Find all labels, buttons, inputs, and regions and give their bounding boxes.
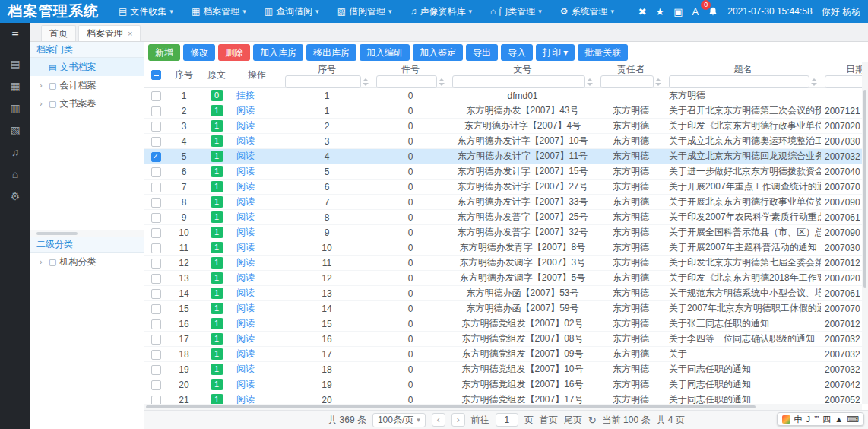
- edit-button[interactable]: 修改: [183, 44, 215, 61]
- prev-page-button[interactable]: ‹: [432, 413, 445, 427]
- original-count-badge[interactable]: 1: [211, 166, 223, 177]
- top-menu-query-borrow[interactable]: ▥查询借阅▾: [255, 0, 328, 23]
- action-link[interactable]: 阅读: [236, 166, 255, 176]
- table-row[interactable]: 111阅读100东方明德办发青字【2007】8号东方明德关于开展2007年主题科…: [144, 240, 868, 256]
- rail-archive-manage-icon[interactable]: ▦: [10, 81, 20, 91]
- select-all-checkbox[interactable]: [151, 70, 161, 80]
- fullscreen-icon[interactable]: ✖: [638, 7, 647, 17]
- action-link[interactable]: 阅读: [236, 105, 255, 116]
- row-checkbox[interactable]: [151, 198, 161, 208]
- tab-home[interactable]: 首页: [41, 25, 76, 41]
- original-count-badge[interactable]: 1: [211, 394, 223, 404]
- row-checkbox[interactable]: [151, 396, 161, 404]
- rail-system-manage-icon[interactable]: ⚙: [11, 191, 21, 202]
- tree-item[interactable]: ▤文书档案: [30, 58, 144, 76]
- ime-mode-indicator[interactable]: 中: [794, 414, 803, 425]
- rail-query-borrow-icon[interactable]: ▥: [10, 103, 20, 113]
- tree-item[interactable]: ›▢文书案卷: [30, 94, 144, 113]
- batch-link-button[interactable]: 批量关联: [578, 44, 628, 61]
- table-row[interactable]: 121阅读110东方明德办发调字【2007】3号东方明德关于印发北京东方明德第七…: [144, 256, 868, 271]
- scrollbar-thumb[interactable]: [36, 232, 78, 235]
- row-checkbox[interactable]: [151, 228, 161, 238]
- ime-shape-indicator[interactable]: 四: [822, 414, 831, 425]
- original-count-badge[interactable]: 1: [211, 318, 223, 329]
- original-count-badge[interactable]: 1: [211, 211, 223, 223]
- table-row[interactable]: 211阅读200东方明德党组发【2007】17号东方明德关于同志任职的通知200…: [144, 392, 868, 404]
- original-count-badge[interactable]: 1: [211, 364, 223, 375]
- original-count-badge[interactable]: 1: [211, 105, 223, 116]
- add-to-storeroom-button[interactable]: 加入库房: [253, 44, 303, 61]
- favorite-star-icon[interactable]: ★: [656, 7, 665, 17]
- table-row[interactable]: 161阅读150东方明德党组发【2007】02号东方明德关于张三同志任职的通知2…: [144, 316, 868, 332]
- add-to-appraisal-button[interactable]: 加入鉴定: [413, 44, 463, 61]
- action-link[interactable]: 阅读: [236, 151, 255, 161]
- table-horizontal-scrollbar[interactable]: [144, 404, 862, 410]
- row-checkbox[interactable]: [151, 137, 161, 147]
- theme-icon[interactable]: ▣: [673, 7, 683, 17]
- original-count-badge[interactable]: 1: [211, 181, 223, 192]
- original-count-badge[interactable]: 1: [211, 303, 223, 314]
- sort-control-doc[interactable]: [587, 78, 593, 86]
- ime-logo-icon[interactable]: [782, 415, 790, 424]
- original-count-badge[interactable]: 1: [211, 288, 223, 299]
- table-row[interactable]: 61阅读50东方明德办发计字【2007】15号东方明德关于进一步做好北京东方明德…: [144, 164, 868, 180]
- action-link[interactable]: 阅读: [236, 272, 255, 283]
- row-checkbox[interactable]: [151, 243, 161, 253]
- table-row[interactable]: 41阅读30东方明德办发计字【2007】10号东方明德关于成立北京东方明德奥运环…: [144, 134, 868, 149]
- table-row[interactable]: 141阅读130东方明德办函【2007】53号东方明德关于规范东方明德系统中小型…: [144, 286, 868, 301]
- row-checkbox[interactable]: [151, 319, 161, 329]
- ime-keyboard-icon[interactable]: ⌨: [847, 415, 859, 424]
- table-row[interactable]: 10挂接10dfmd01东方明德: [144, 88, 868, 103]
- row-checkbox[interactable]: [151, 274, 161, 284]
- original-count-badge[interactable]: 1: [211, 272, 223, 284]
- row-checkbox[interactable]: [151, 380, 161, 390]
- row-checkbox[interactable]: [151, 289, 161, 299]
- sort-control-seq[interactable]: [363, 78, 369, 86]
- tab-close-icon[interactable]: ×: [128, 29, 132, 38]
- original-count-badge[interactable]: 1: [211, 135, 223, 147]
- scrollbar-thumb[interactable]: [863, 90, 866, 288]
- action-link[interactable]: 阅读: [236, 333, 255, 344]
- row-checkbox[interactable]: [151, 91, 161, 101]
- table-row[interactable]: 31阅读20东方明德办计字【2007】4号东方明德关于印发《北京东方明德行政事业…: [144, 119, 868, 134]
- original-count-badge[interactable]: 1: [211, 333, 223, 345]
- action-link[interactable]: 阅读: [236, 120, 255, 131]
- action-link[interactable]: 阅读: [236, 211, 255, 222]
- next-page-button[interactable]: ›: [451, 413, 465, 427]
- action-link[interactable]: 阅读: [236, 181, 255, 192]
- table-row[interactable]: 151阅读140东方明德办函【2007】59号东方明德关于2007年北京东方明德…: [144, 301, 868, 316]
- first-page-link[interactable]: 首页: [540, 414, 558, 427]
- add-button[interactable]: 新增: [148, 44, 180, 61]
- refresh-icon[interactable]: ↻: [588, 415, 597, 426]
- table-row[interactable]: 171阅读160东方明德党组发【2007】08号东方明德关于李四等三位同志确认职…: [144, 332, 868, 347]
- original-count-badge[interactable]: 1: [211, 227, 223, 238]
- row-checkbox[interactable]: [151, 259, 161, 269]
- action-link[interactable]: 阅读: [236, 303, 255, 313]
- scrollbar-thumb[interactable]: [146, 405, 756, 408]
- table-row[interactable]: 81阅读70东方明德办发计字【2007】33号东方明德关于开展北京东方明德行政事…: [144, 195, 868, 210]
- top-menu-system-manage[interactable]: ⚙系统管理▾: [551, 0, 623, 23]
- rail-menu-icon[interactable]: ≡: [11, 29, 18, 41]
- filter-input-seq[interactable]: [285, 75, 361, 88]
- action-link[interactable]: 阅读: [236, 364, 255, 374]
- page-number-input[interactable]: [496, 413, 518, 427]
- table-row[interactable]: 21阅读10东方明德办发【2007】43号东方明德关于召开北京东方明德第三次会议…: [144, 103, 868, 119]
- row-checkbox[interactable]: [151, 106, 161, 116]
- action-link[interactable]: 阅读: [236, 288, 255, 298]
- top-menu-borrow-manage[interactable]: ▧借阅管理▾: [328, 0, 401, 23]
- table-row[interactable]: 91阅读80东方明德办发普字【2007】25号东方明德关于印发2007年农民科学…: [144, 210, 868, 225]
- original-count-badge[interactable]: 1: [211, 151, 223, 162]
- remove-from-storeroom-button[interactable]: 移出库房: [306, 44, 356, 61]
- top-menu-file-collect[interactable]: ▤文件收集▾: [109, 0, 182, 23]
- action-link[interactable]: 阅读: [236, 379, 255, 389]
- export-button[interactable]: 导出: [466, 44, 498, 61]
- action-link[interactable]: 挂接: [236, 90, 255, 100]
- original-count-badge[interactable]: 1: [211, 242, 223, 253]
- action-link[interactable]: 阅读: [236, 135, 255, 146]
- top-menu-media-library[interactable]: ♫声像资料库▾: [401, 0, 482, 23]
- table-row[interactable]: 201阅读190东方明德党组发【2007】16号东方明德关于同志任职的通知200…: [144, 377, 868, 392]
- original-count-badge[interactable]: 1: [211, 348, 223, 360]
- row-checkbox[interactable]: [151, 213, 161, 223]
- row-checkbox[interactable]: [151, 152, 161, 162]
- font-size-icon[interactable]: A: [692, 7, 699, 17]
